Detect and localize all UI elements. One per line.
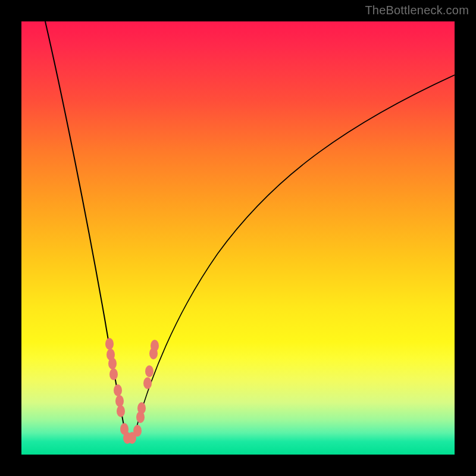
data-marker <box>109 368 118 380</box>
data-marker <box>145 365 154 377</box>
data-marker <box>143 377 152 389</box>
plot-area <box>21 21 455 455</box>
data-marker <box>137 402 146 414</box>
data-marker <box>117 405 125 417</box>
chart-frame: TheBottleneck.com <box>0 0 476 476</box>
data-marker <box>108 358 117 369</box>
curve-layer <box>21 21 455 455</box>
marker-group <box>105 338 159 444</box>
data-marker <box>114 384 122 396</box>
data-marker <box>133 425 142 437</box>
data-marker <box>151 340 159 352</box>
data-marker <box>105 338 114 350</box>
data-marker <box>115 395 124 407</box>
watermark-text: TheBottleneck.com <box>365 4 469 17</box>
curve-right-branch <box>134 75 455 435</box>
